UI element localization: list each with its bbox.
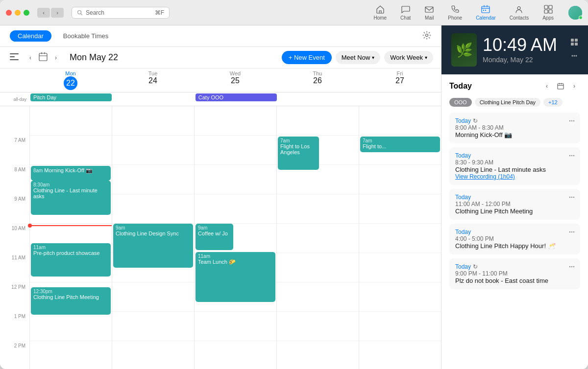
caty-ooo-event[interactable]: Caty OOO — [196, 93, 277, 101]
day-header-tue: Tue 24 — [112, 69, 194, 92]
svg-rect-18 — [571, 43, 574, 46]
agenda-more-3[interactable] — [568, 194, 575, 203]
svg-rect-10 — [549, 10, 552, 13]
agenda-item-5: Today ↻ 9:00 PM - 11:00 PM Plz do not bo… — [449, 258, 580, 289]
day-header-fri: Fri 27 — [359, 69, 441, 92]
agenda-title-5: Plz do not book - East coast time — [455, 277, 574, 284]
agenda-more-2[interactable] — [568, 152, 575, 161]
agenda-more-1[interactable] — [568, 117, 575, 126]
search-bar[interactable]: Search ⌘F — [72, 7, 170, 19]
nav-chat[interactable]: Chat — [393, 2, 417, 23]
today-nav-calendar[interactable] — [555, 80, 566, 92]
day-num-thu: 26 — [276, 76, 359, 85]
tab-bookable-times[interactable]: Bookable Times — [55, 30, 117, 42]
minimize-button[interactable] — [15, 10, 21, 16]
day-name-wed: Wed — [194, 70, 276, 76]
event-flight-fri[interactable]: 7am Flight to... — [360, 137, 440, 152]
current-time-dot — [28, 224, 32, 228]
chevron-down-icon-view: ▾ — [425, 55, 427, 60]
day-num-fri: 27 — [359, 76, 441, 85]
agenda-more-5[interactable] — [568, 263, 575, 272]
all-day-tue — [113, 92, 194, 106]
today-nav-next[interactable]: › — [568, 80, 580, 92]
svg-point-31 — [571, 197, 572, 198]
time-slot-10am: 10 AM — [0, 224, 29, 253]
svg-rect-2 — [425, 7, 433, 12]
event-coffee[interactable]: 9am Coffee w/ Jo — [196, 224, 233, 250]
today-icon-button[interactable] — [38, 52, 48, 64]
day-num-mon: 22 — [64, 76, 77, 90]
agenda-timerange-4: 4:00 - 5:00 PM — [455, 235, 574, 242]
event-title: Pre-pitch product showcase — [33, 250, 108, 256]
agenda-item-1: Today ↻ 8:00 AM - 8:30 AM Morning Kick-O… — [449, 113, 580, 143]
event-pre-pitch[interactable]: 11am Pre-pitch product showcase — [31, 243, 111, 277]
event-flight-la[interactable]: 7am Flight to Los Angeles — [278, 137, 319, 170]
avatar[interactable] — [568, 6, 582, 20]
calendar-header-date: Mon May 22 — [70, 52, 118, 63]
event-time: 9am — [198, 225, 231, 231]
chevron-down-icon: ▾ — [372, 55, 374, 60]
nav-home[interactable]: Home — [367, 2, 393, 23]
new-event-button[interactable]: + New Event — [282, 51, 332, 64]
nav-apps[interactable]: Apps — [536, 2, 561, 23]
sidebar-widget-header: 🌿 10:49 AM Monday, May 22 — [441, 25, 588, 74]
pitch-day-event[interactable]: Pitch Day — [30, 93, 112, 101]
svg-rect-12 — [10, 53, 19, 54]
nav-contacts[interactable]: Contacts — [503, 2, 536, 23]
agenda-item-3: Today 11:00 AM - 12:00 PM Clothing Line … — [449, 189, 580, 220]
repeat-icon-5: ↻ — [473, 263, 478, 270]
time-display: 10:49 AM Monday, May 22 — [483, 36, 564, 64]
today-badge-1: Today — [455, 117, 471, 124]
sidebar-toggle[interactable] — [8, 51, 21, 64]
tag-ooo[interactable]: OOO — [449, 98, 472, 107]
tag-clothing-pitch[interactable]: Clothing Line Pitch Day — [475, 98, 540, 107]
event-time: 7am — [363, 138, 438, 143]
apps-icon — [543, 4, 553, 14]
agenda-more-4[interactable] — [568, 229, 575, 237]
event-team-lunch[interactable]: 11am Team Lunch 🌮 — [196, 252, 275, 302]
maximize-button[interactable] — [24, 10, 29, 16]
tab-calendar[interactable]: Calendar — [10, 30, 51, 42]
work-week-button[interactable]: Work Week ▾ — [384, 51, 433, 64]
day-headers: Mon 22 Tue 24 Wed 25 Thu 26 Fri 27 — [0, 69, 441, 92]
close-button[interactable] — [6, 10, 12, 16]
nav-phone[interactable]: Phone — [441, 2, 469, 23]
event-design-sync[interactable]: 9am Clothing Line Design Sync — [113, 224, 193, 268]
settings-icon[interactable] — [422, 31, 431, 42]
event-title: Clothing Line Pitch Meeting — [33, 294, 108, 300]
tag-count[interactable]: +12 — [543, 98, 563, 107]
event-title: Team Lunch 🌮 — [198, 259, 273, 265]
svg-rect-17 — [575, 39, 578, 42]
grid-icon[interactable] — [570, 38, 578, 48]
plant-icon: 🌿 — [456, 42, 473, 58]
back-button[interactable]: ‹ — [37, 8, 50, 18]
prev-period-button[interactable]: ‹ — [24, 52, 36, 64]
event-morning-kickoff[interactable]: 8am Morning Kick-Off 📷 — [31, 166, 111, 181]
svg-rect-23 — [558, 84, 564, 89]
agenda-title-4: Clothing Line Pitch Happy Hour! 🥂 — [455, 242, 574, 250]
time-slot-6am — [0, 106, 29, 136]
next-period-button[interactable]: › — [50, 52, 62, 64]
today-badge-3: Today — [455, 194, 471, 201]
more-icon[interactable] — [570, 52, 578, 62]
today-nav-prev[interactable]: ‹ — [541, 80, 553, 92]
svg-point-33 — [569, 231, 570, 232]
nav-calendar[interactable]: Calendar — [469, 2, 503, 23]
svg-point-34 — [571, 231, 572, 232]
day-num-tue: 24 — [112, 76, 194, 85]
forward-button[interactable]: › — [51, 8, 64, 18]
time-slot-7am: 7 AM — [0, 136, 29, 165]
nav-mail[interactable]: Mail — [417, 2, 441, 23]
meet-now-label: Meet Now — [342, 54, 370, 61]
all-day-label: all-day — [0, 92, 29, 106]
meet-now-button[interactable]: Meet Now ▾ — [336, 51, 381, 64]
event-clothing-pitch-meeting[interactable]: 12:30pm Clothing Line Pitch Meeting — [31, 287, 111, 315]
calendar-header: ‹ › Mon May 22 + New Event Meet Now ▾ Wo… — [0, 47, 441, 69]
search-label: Search — [86, 9, 104, 16]
traffic-lights — [6, 10, 29, 16]
event-clothing-last-minute[interactable]: 8:30am Clothing Line - Last minute asks — [31, 181, 111, 215]
clock-date: Monday, May 22 — [483, 56, 564, 64]
svg-point-30 — [569, 197, 570, 198]
view-recording-link[interactable]: View Recording (1h04) — [455, 173, 574, 180]
search-shortcut: ⌘F — [155, 9, 164, 16]
